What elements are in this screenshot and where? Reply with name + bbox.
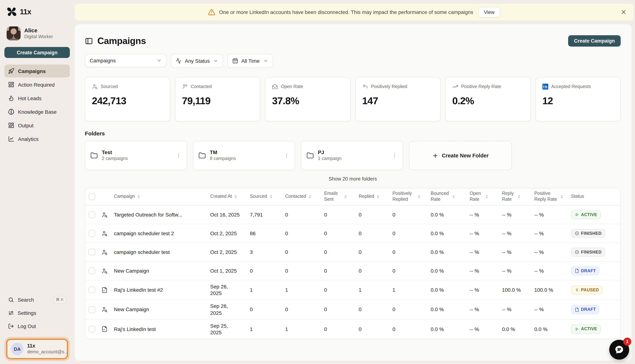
sort-icon[interactable]: [417, 194, 421, 199]
sidebar-item-settings[interactable]: Settings: [5, 307, 70, 319]
campaign-name: New Campaign: [114, 264, 210, 277]
folder-card-tm[interactable]: TM 8 campaigns: [193, 141, 295, 170]
sidebar-item-knowledge-base[interactable]: Knowledge Base: [5, 105, 70, 118]
column-header-contacted[interactable]: Contacted: [285, 192, 324, 202]
campaign-name: Targeted Outreach for Softw...: [114, 208, 210, 221]
sort-icon[interactable]: [560, 194, 564, 199]
contacted: 0: [285, 246, 324, 258]
filter-value: All Time: [241, 58, 260, 64]
sort-icon[interactable]: [485, 194, 489, 199]
sort-icon[interactable]: [308, 194, 312, 199]
account-initials-avatar: DA: [11, 343, 24, 355]
column-header-open-rate[interactable]: Open Rate: [470, 189, 502, 205]
folder-card-test[interactable]: Test 2 campaigns: [85, 141, 187, 170]
trending-up-icon: [452, 84, 458, 90]
sort-icon[interactable]: [376, 194, 380, 199]
reply-rate: 100.0 %: [502, 284, 534, 296]
bounced-rate: 0.0 %: [431, 303, 470, 316]
sidebar-item-search[interactable]: Search ⌘ K: [5, 294, 70, 306]
status-filter-dropdown[interactable]: Any Status: [171, 54, 223, 68]
column-header-positively-replied[interactable]: Positively Replied: [392, 189, 431, 205]
column-header-sourced[interactable]: Sourced: [250, 192, 285, 202]
sidebar-item-action-required[interactable]: Action Required: [5, 78, 70, 91]
sort-icon[interactable]: [452, 194, 456, 199]
table-row[interactable]: campaign scheduler test Oct 2, 2025 3 0 …: [85, 243, 620, 262]
bounced-rate: 0.0 %: [431, 208, 470, 221]
sort-icon[interactable]: [344, 194, 348, 199]
chat-widget-button[interactable]: 1: [609, 340, 629, 360]
bounced-rate: 0.0 %: [431, 246, 470, 258]
open-rate: -- %: [470, 323, 502, 336]
positively-replied: 1: [392, 284, 431, 296]
banner-message: One or more LinkedIn accounts have been …: [219, 9, 473, 15]
close-icon[interactable]: [620, 9, 627, 16]
column-header-bounced-rate[interactable]: Bounced Rate: [431, 189, 470, 205]
column-header-emails-sent[interactable]: Emails Sent: [324, 189, 359, 205]
pause-icon: [575, 288, 579, 292]
campaigns-filter-dropdown[interactable]: Campaigns: [85, 54, 166, 67]
column-header-reply-rate[interactable]: Reply Rate: [502, 189, 534, 205]
chat-bubble-icon: [614, 344, 624, 355]
column-header-replied[interactable]: Replied: [359, 192, 392, 202]
create-campaign-button[interactable]: Create Campaign: [568, 35, 621, 46]
folder-count: 1 campaign: [318, 156, 342, 162]
row-checkbox[interactable]: [89, 286, 95, 293]
row-checkbox[interactable]: [89, 249, 95, 256]
emails-sent: 0: [324, 246, 359, 258]
row-checkbox[interactable]: [89, 306, 95, 313]
create-campaign-button-sidebar[interactable]: Create Campaign: [5, 47, 70, 58]
sidebar-item-analytics[interactable]: Analytics: [5, 132, 70, 145]
sort-icon[interactable]: [269, 194, 273, 199]
sort-icon[interactable]: [234, 194, 238, 199]
mail-open-icon: [272, 84, 278, 90]
row-checkbox[interactable]: [89, 211, 95, 218]
row-checkbox[interactable]: [89, 268, 95, 274]
sidebar-item-logout[interactable]: Log Out: [5, 320, 70, 332]
sidebar-item-hot-leads[interactable]: Hot Leads: [5, 92, 70, 104]
replied: 1: [359, 284, 392, 296]
panel-left-icon[interactable]: [85, 37, 93, 45]
play-icon: [575, 212, 579, 217]
sidebar-item-output[interactable]: Output: [5, 119, 70, 132]
column-header-positive-reply-rate[interactable]: Positive Reply Rate: [534, 189, 571, 205]
sidebar-item-label: Knowledge Base: [18, 109, 57, 115]
column-header-campaign[interactable]: Campaign: [114, 192, 210, 202]
table-row[interactable]: Targeted Outreach for Softw... Oct 16, 2…: [85, 206, 620, 224]
time-filter-dropdown[interactable]: All Time: [227, 54, 273, 68]
filter-value: Campaigns: [90, 58, 116, 64]
open-rate: -- %: [470, 264, 502, 277]
stat-label: Contacted: [191, 84, 212, 89]
emails-sent: 0: [324, 264, 359, 277]
campaign-name: campaign scheduler test 2: [114, 227, 210, 240]
row-checkbox[interactable]: [89, 326, 95, 332]
sort-icon[interactable]: [517, 194, 521, 199]
view-button[interactable]: View: [479, 7, 500, 18]
kebab-menu-icon[interactable]: [284, 153, 290, 158]
table-row[interactable]: Raj's LinkedIn test #2 Sep 26, 2025 1 1 …: [85, 280, 620, 300]
table-row[interactable]: New Campaign Oct 1, 2025 0 0 0 0 0 0.0 %…: [85, 262, 620, 280]
show-more-folders-link[interactable]: Show 20 more folders: [85, 176, 621, 182]
select-all-checkbox[interactable]: [89, 194, 95, 200]
open-rate: -- %: [470, 284, 502, 296]
stat-card-sourced: Sourced 242,713: [85, 77, 170, 122]
column-header-created-at[interactable]: Created At: [210, 192, 250, 202]
stat-card-open-rate: Open Rate 37.8%: [265, 77, 350, 122]
reply-rate: -- %: [502, 303, 534, 316]
table-row[interactable]: New Campaign Sep 26, 2025 0 0 0 0 0 0.0 …: [85, 300, 620, 320]
account-card[interactable]: DA 11x demo_account@s...: [6, 339, 68, 359]
row-checkbox[interactable]: [89, 230, 95, 237]
kebab-menu-icon[interactable]: [176, 153, 181, 158]
table-header-row: Campaign Created At Sourced Contacted Em…: [85, 188, 620, 206]
table-row[interactable]: campaign scheduler test 2 Oct 2, 2025 86…: [85, 224, 620, 243]
stat-card-positive-reply-rate: Positive Reply Rate 0.2%: [445, 77, 530, 122]
user-search-icon: [101, 230, 108, 236]
table-row[interactable]: Raj's LinkedIn test Sep 25, 2025 1 1 0 0…: [85, 320, 620, 339]
status-badge: PAUSED: [571, 285, 603, 294]
folder-card-pj[interactable]: PJ 1 campaign: [301, 141, 403, 170]
status-badge: DRAFT: [571, 305, 599, 314]
sidebar-item-campaigns[interactable]: Campaigns: [5, 64, 70, 78]
sort-icon[interactable]: [137, 194, 141, 199]
sidebar-nav: Campaigns Action Required Hot Leads Know…: [5, 64, 70, 145]
create-new-folder-button[interactable]: Create New Folder: [409, 141, 512, 170]
kebab-menu-icon[interactable]: [392, 153, 398, 158]
